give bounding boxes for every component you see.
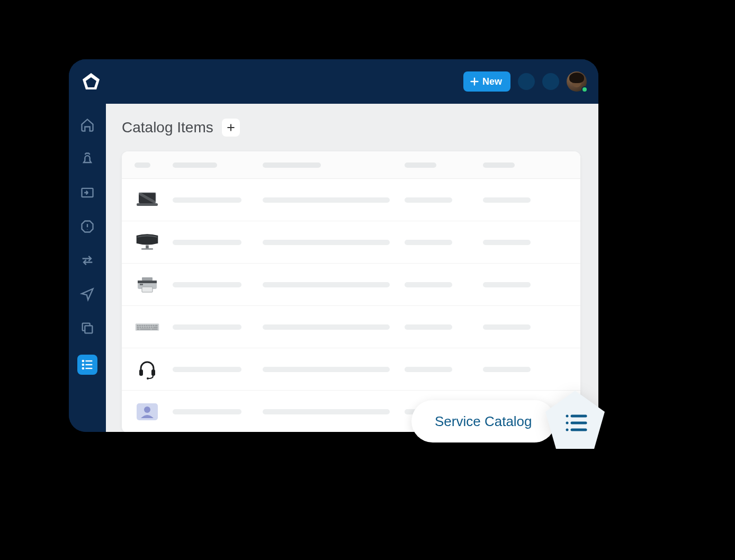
col-header-placeholder [405, 162, 436, 168]
cell-placeholder [483, 240, 531, 245]
headset-icon [135, 359, 160, 380]
list-icon [564, 413, 588, 433]
keyboard-icon [135, 317, 160, 338]
svg-rect-35 [137, 328, 139, 330]
svg-rect-33 [151, 327, 153, 328]
svg-rect-31 [146, 327, 148, 328]
page-title: Catalog Items [122, 119, 213, 136]
cell-placeholder [173, 409, 241, 414]
svg-rect-22 [146, 324, 147, 326]
table-row[interactable] [122, 264, 580, 306]
cell-placeholder [405, 282, 452, 287]
header-action-1[interactable] [518, 73, 535, 90]
svg-rect-28 [139, 327, 141, 328]
svg-rect-37 [151, 328, 158, 330]
add-item-button[interactable] [222, 119, 240, 137]
table-row[interactable] [122, 179, 580, 221]
svg-rect-18 [137, 324, 138, 326]
sidebar [69, 104, 106, 432]
svg-rect-20 [141, 324, 143, 326]
sidebar-alert-icon[interactable] [80, 151, 95, 166]
cell-placeholder [405, 197, 452, 203]
page-header: Catalog Items [122, 119, 580, 137]
svg-rect-16 [140, 284, 143, 285]
col-header-placeholder [135, 162, 150, 168]
body: Catalog Items [69, 104, 598, 432]
app-logo [80, 71, 102, 92]
table-header [122, 151, 580, 179]
cell-placeholder [173, 282, 241, 287]
cell-placeholder [483, 367, 531, 372]
sidebar-copy-icon[interactable] [80, 321, 95, 336]
cell-placeholder [405, 324, 452, 330]
cell-placeholder [173, 324, 241, 330]
catalog-table [122, 151, 580, 432]
cell-placeholder [263, 324, 390, 330]
svg-rect-13 [138, 281, 157, 283]
cell-placeholder [263, 240, 390, 245]
printer-icon [135, 274, 160, 295]
table-row[interactable] [122, 221, 580, 264]
svg-rect-11 [141, 248, 153, 250]
plus-icon [226, 122, 236, 133]
laptop-icon [135, 189, 160, 211]
sidebar-send-icon[interactable] [80, 287, 95, 302]
svg-rect-14 [142, 277, 153, 281]
sidebar-inbox-icon[interactable] [80, 185, 95, 200]
svg-rect-32 [149, 327, 150, 328]
svg-rect-38 [139, 369, 143, 376]
user-avatar[interactable] [567, 71, 587, 92]
svg-rect-26 [155, 324, 158, 326]
svg-point-6 [83, 364, 84, 365]
cell-placeholder [405, 240, 452, 245]
plus-icon [469, 76, 480, 87]
svg-rect-23 [148, 324, 150, 326]
svg-rect-25 [153, 324, 154, 326]
svg-rect-19 [139, 324, 141, 326]
top-bar: New [69, 59, 598, 104]
cell-placeholder [483, 282, 531, 287]
sidebar-swap-icon[interactable] [80, 253, 95, 268]
cell-placeholder [263, 282, 390, 287]
svg-rect-39 [151, 369, 155, 376]
cell-placeholder [263, 367, 390, 372]
svg-rect-34 [153, 327, 158, 328]
col-header-placeholder [173, 162, 217, 168]
cell-placeholder [263, 409, 390, 414]
svg-rect-24 [150, 324, 152, 326]
col-header-placeholder [483, 162, 515, 168]
main-content: Catalog Items [106, 104, 598, 432]
service-catalog-tooltip: Service Catalog [411, 400, 555, 442]
sidebar-home-icon[interactable] [80, 118, 95, 132]
svg-rect-30 [144, 327, 146, 328]
svg-rect-10 [146, 245, 149, 248]
cell-placeholder [173, 197, 241, 203]
svg-rect-4 [85, 326, 92, 333]
cell-placeholder [173, 367, 241, 372]
sidebar-problem-icon[interactable] [80, 219, 95, 234]
svg-point-7 [83, 368, 84, 369]
person-card-icon [135, 401, 160, 422]
svg-point-48 [566, 429, 569, 431]
service-catalog-tooltip-label: Service Catalog [435, 413, 532, 430]
cell-placeholder [173, 240, 241, 245]
svg-rect-29 [142, 327, 144, 328]
svg-rect-27 [137, 327, 139, 328]
cell-placeholder [483, 197, 531, 203]
new-button[interactable]: New [463, 71, 510, 92]
presence-indicator [581, 86, 588, 93]
svg-point-44 [566, 415, 569, 418]
col-header-placeholder [263, 162, 321, 168]
table-row[interactable] [122, 306, 580, 348]
svg-point-5 [83, 360, 84, 362]
svg-rect-21 [144, 324, 145, 326]
service-catalog-fab[interactable] [540, 386, 610, 456]
sidebar-catalog-icon[interactable] [77, 355, 97, 375]
header-action-2[interactable] [542, 73, 559, 90]
cell-placeholder [263, 197, 390, 203]
svg-rect-15 [142, 287, 153, 292]
app-window: New [69, 59, 598, 432]
svg-point-46 [566, 422, 569, 424]
table-row[interactable] [122, 348, 580, 391]
monitor-icon [135, 232, 160, 253]
